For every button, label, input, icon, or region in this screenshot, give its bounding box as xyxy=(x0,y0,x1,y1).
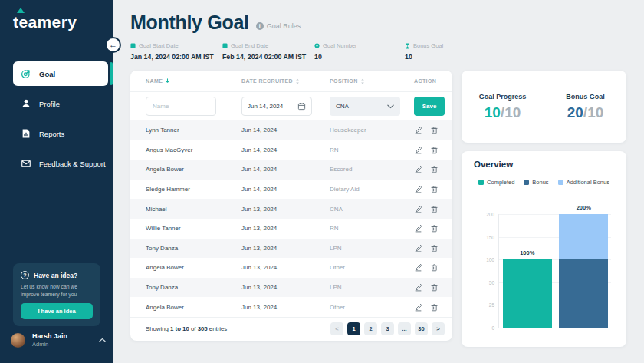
table-body: Lynn TannerJun 14, 2024HousekeeperAngus … xyxy=(130,120,452,317)
cell-date-recruited: Jun 13, 2024 xyxy=(242,245,330,252)
legend-item-bonus: Bonus xyxy=(524,179,548,186)
goal-rules[interactable]: i Goal Rules xyxy=(256,22,301,30)
name-filter-input[interactable] xyxy=(146,97,216,116)
y-tick-label: 150 xyxy=(486,234,495,239)
edit-button[interactable] xyxy=(414,224,422,233)
cell-position: Other xyxy=(330,264,414,271)
user-role: Admin xyxy=(32,341,67,348)
delete-icon xyxy=(430,126,439,134)
edit-icon xyxy=(414,224,422,233)
delete-button[interactable] xyxy=(430,165,439,173)
pagination-ellipsis[interactable]: ... xyxy=(398,322,411,335)
stat-value: Feb 14, 2024 02:00 AM IST xyxy=(222,53,314,61)
cell-date-recruited: Jun 14, 2024 xyxy=(242,186,330,193)
delete-button[interactable] xyxy=(430,283,439,292)
chevron-up-icon[interactable] xyxy=(99,338,106,342)
cell-date-recruited: Jun 14, 2024 xyxy=(242,127,330,134)
cell-name: Michael xyxy=(146,206,242,213)
sidebar-item-feedback[interactable]: Feedback & Support xyxy=(13,151,108,176)
legend-item-additional-bonus: Additional Bonus xyxy=(558,179,610,186)
arrow-left-icon: ← xyxy=(109,41,117,49)
legend-label: Bonus xyxy=(532,179,548,186)
pagination-page-3[interactable]: 3 xyxy=(381,322,394,335)
sidebar-nav: GoalProfileReportsFeedback & Support xyxy=(0,61,113,181)
cell-actions xyxy=(414,165,445,173)
edit-button[interactable] xyxy=(414,185,422,193)
table-header-row: NAMEDATE RECRUITEDPOSITIONACTION xyxy=(130,71,452,92)
column-header-name[interactable]: NAME xyxy=(146,78,242,84)
edit-button[interactable] xyxy=(414,283,422,292)
sidebar-collapse-button[interactable]: ← xyxy=(105,37,121,53)
position-select-value: CNA xyxy=(336,103,349,110)
user-name: Harsh Jain xyxy=(32,332,67,340)
legend-item-completed: Completed xyxy=(478,179,514,186)
pagination-page-1[interactable]: 1 xyxy=(347,322,360,335)
edit-icon xyxy=(414,303,422,312)
pagination-next[interactable]: > xyxy=(432,322,445,335)
question-icon: ? xyxy=(21,271,29,279)
table-row: Lynn TannerJun 14, 2024Housekeeper xyxy=(130,120,452,140)
edit-button[interactable] xyxy=(414,126,422,134)
bonus-goal-icon xyxy=(405,43,410,49)
idea-card-header: ? Have an idea? xyxy=(21,271,93,279)
pagination-prev[interactable]: < xyxy=(330,322,343,335)
cell-actions xyxy=(414,185,445,193)
goal-progress: Goal Progress 10/10 xyxy=(462,93,544,121)
delete-button[interactable] xyxy=(430,126,439,134)
cell-actions xyxy=(414,224,445,233)
edit-button[interactable] xyxy=(414,263,422,272)
calendar-icon xyxy=(297,102,306,111)
nav-label: Feedback & Support xyxy=(39,160,106,168)
edit-button[interactable] xyxy=(414,146,422,154)
edit-button[interactable] xyxy=(414,205,422,213)
delete-button[interactable] xyxy=(430,185,439,193)
goal-stats: Goal Start DateJan 14, 2024 02:00 AM IST… xyxy=(130,42,626,61)
edit-button[interactable] xyxy=(414,303,422,312)
delete-button[interactable] xyxy=(430,205,439,213)
delete-button[interactable] xyxy=(430,263,439,272)
delete-button[interactable] xyxy=(430,224,439,233)
table-row: Willie TannerJun 13, 2024RN xyxy=(130,219,452,239)
date-filter-input[interactable]: Jun 14, 2024 xyxy=(242,97,312,116)
delete-icon xyxy=(430,205,439,213)
sidebar-item-reports[interactable]: Reports xyxy=(13,121,108,146)
edit-button[interactable] xyxy=(414,244,422,252)
sort-desc-icon xyxy=(165,78,170,84)
cell-date-recruited: Jun 13, 2024 xyxy=(242,304,330,311)
cell-position: Escored xyxy=(330,166,414,173)
logo-triangle-icon xyxy=(17,8,25,13)
cell-position: LPN xyxy=(330,245,414,252)
delete-button[interactable] xyxy=(430,244,439,252)
table-footer: Showing 1 to 10 of 305 entries <123...30… xyxy=(130,317,452,340)
table-row: Angela BowerJun 14, 2024Escored xyxy=(130,160,452,180)
pagination-page-30[interactable]: 30 xyxy=(415,322,428,335)
delete-button[interactable] xyxy=(430,303,439,312)
bar-segment-completed xyxy=(503,259,552,328)
pagination-page-2[interactable]: 2 xyxy=(364,322,377,335)
idea-button[interactable]: I have an idea xyxy=(21,303,93,319)
nav-label: Reports xyxy=(39,130,64,138)
bar-value-label: 100% xyxy=(503,249,552,256)
column-header-date-recruited[interactable]: DATE RECRUITED xyxy=(242,78,330,84)
edit-button[interactable] xyxy=(414,165,422,173)
y-tick-label: 0 xyxy=(491,325,495,331)
sidebar-item-goal[interactable]: Goal xyxy=(13,61,108,86)
cell-name: Tony Danza xyxy=(146,284,242,291)
goal-progress-value: 10/10 xyxy=(462,104,544,121)
cell-actions xyxy=(414,283,445,292)
sidebar-item-profile[interactable]: Profile xyxy=(13,91,108,116)
cell-name: Willie Tanner xyxy=(146,225,242,232)
user-menu[interactable]: Harsh Jain Admin xyxy=(11,332,106,348)
delete-icon xyxy=(430,224,439,233)
delete-button[interactable] xyxy=(430,146,439,154)
position-select[interactable]: CNA xyxy=(330,97,400,116)
goal-target-icon xyxy=(21,68,31,79)
column-header-position[interactable]: POSITION xyxy=(330,78,414,84)
cell-date-recruited: Jun 14, 2024 xyxy=(242,147,330,153)
y-tick-label: 100 xyxy=(486,257,495,262)
table-filter-row: Jun 14, 2024 CNA Save xyxy=(130,92,452,120)
save-button[interactable]: Save xyxy=(414,97,445,116)
showing-entries: Showing 1 to 10 of 305 entries xyxy=(146,325,227,332)
stat-value: 10 xyxy=(405,53,443,61)
calendar-square-icon xyxy=(130,43,136,48)
